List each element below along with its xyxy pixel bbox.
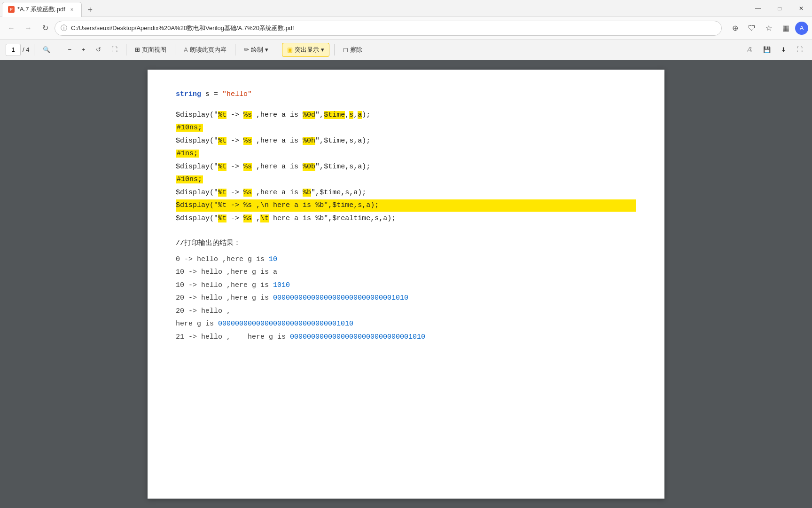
fullscreen-button[interactable]: ⛶ — [793, 43, 806, 57]
maximize-button[interactable]: □ — [769, 0, 790, 17]
txt18: here a is — [269, 201, 315, 209]
hl-tab: \t — [260, 214, 269, 222]
favorites-icon-button[interactable]: ☆ — [761, 21, 776, 36]
zoom-icon-button[interactable]: ⊕ — [727, 21, 742, 36]
hl-0b: %0b — [303, 163, 315, 171]
out2-prefix: 10 -> hello ,here g is — [176, 268, 273, 276]
tab-area: P *A.7 系统函数.pdf × + — [0, 0, 97, 17]
txt4: , — [345, 111, 349, 119]
b3: %b — [315, 214, 324, 222]
back-button[interactable]: ← — [4, 21, 19, 36]
hl-s-var1: s — [349, 111, 353, 119]
read-label: 朗读此页内容 — [190, 46, 226, 54]
txt19: ", — [324, 201, 332, 209]
search-button[interactable]: 🔍 — [39, 43, 54, 57]
active-tab[interactable]: P *A.7 系统函数.pdf × — [2, 2, 82, 17]
print-icon: 🖨 — [747, 46, 753, 53]
code-line-4: #1ns; — [176, 148, 636, 160]
var-s: s = — [205, 90, 222, 98]
new-tab-button[interactable]: + — [84, 4, 97, 17]
output-line-1: 0 -> hello ,here g is 10 — [176, 254, 636, 266]
output-line-4: 20 -> hello ,here g is 00000000000000000… — [176, 292, 636, 304]
dollar-display-5-hl: $display(" — [176, 201, 218, 209]
hl-s4: %s — [243, 189, 252, 197]
page-input-area: / 4 — [6, 44, 29, 56]
fit-button[interactable]: ⛶ — [108, 43, 121, 57]
hl-a1: a — [358, 111, 362, 119]
main-content: string s = "hello" $display("%t -> %s ,h… — [0, 60, 812, 508]
info-icon: ⓘ — [61, 24, 67, 32]
hl-1ns: #1ns; — [176, 150, 199, 158]
hl-t1: %t — [218, 111, 226, 119]
txt22: here a is — [269, 214, 315, 222]
download-icon: ⬇ — [781, 46, 786, 53]
minimize-button[interactable]: — — [747, 0, 769, 17]
txt14: ,here a is — [252, 189, 303, 197]
zoom-in-button[interactable]: + — [78, 43, 89, 57]
code-line-1: $display("%t -> %s ,here a is %0d",$time… — [176, 109, 636, 121]
download-button[interactable]: ⬇ — [777, 43, 790, 57]
txt8: ,here a is — [252, 137, 303, 145]
forward-button[interactable]: → — [21, 21, 36, 36]
hl-t6: %t — [218, 214, 226, 222]
tab-close-button[interactable]: × — [68, 6, 76, 13]
tab-favicon: P — [8, 6, 15, 13]
divider6 — [277, 44, 277, 56]
highlight-chevron-icon: ▾ — [321, 46, 324, 53]
search-icon: 🔍 — [43, 46, 50, 53]
zoom-out-button[interactable]: − — [64, 43, 75, 57]
erase-icon: ◻ — [343, 46, 348, 53]
collections-icon-button[interactable]: ▦ — [778, 21, 793, 36]
out7-prefix: 21 -> hello , here g is — [176, 333, 290, 341]
code-line-7: $display("%t -> %s ,here a is %b",$time,… — [176, 187, 636, 199]
highlight-label: 突出显示 — [295, 46, 319, 54]
view-button[interactable]: ⊞ 页面视图 — [131, 43, 170, 57]
dollar-display-4: $display(" — [176, 189, 218, 197]
divider4 — [175, 44, 175, 56]
highlight-button[interactable]: ▣ 突出显示 ▾ — [282, 43, 329, 57]
code-line-9: $display("%t -> %s ,\t here a is %b",$re… — [176, 213, 636, 225]
read-icon: A — [184, 46, 188, 54]
draw-chevron-icon: ▾ — [265, 46, 268, 53]
hl-s6: %s — [243, 214, 252, 222]
code-block: string s = "hello" $display("%t -> %s ,h… — [176, 88, 636, 343]
time4: $time,s,a); — [320, 189, 366, 197]
dollar-display-2: $display(" — [176, 137, 218, 145]
hl-0d: %0d — [303, 111, 315, 119]
pdf-page: string s = "hello" $display("%t -> %s ,h… — [148, 70, 664, 499]
txt16: -> — [226, 201, 243, 209]
rotate-button[interactable]: ↺ — [92, 43, 105, 57]
address-text: C:/Users/seuxi/Desktop/Apendix%20A%20数电和… — [71, 24, 716, 32]
output-line-3: 10 -> hello ,here g is 1010 — [176, 279, 636, 292]
hl-t2: %t — [218, 137, 226, 145]
print-button[interactable]: 🖨 — [743, 43, 757, 57]
dollar-display-6: $display(" — [176, 214, 218, 222]
code-line-6: #10ns; — [176, 174, 636, 186]
close-button[interactable]: ✕ — [790, 0, 812, 17]
txt23: ", — [324, 214, 332, 222]
divider2 — [59, 44, 59, 56]
read-button[interactable]: A 朗读此页内容 — [180, 43, 230, 57]
shield-icon-button[interactable]: 🛡 — [744, 21, 759, 36]
window-controls: — □ ✕ — [747, 0, 812, 17]
hl-10ns-2: #10ns; — [176, 175, 203, 183]
out4-prefix: 20 -> hello ,here g is — [176, 294, 273, 302]
txt1: -> — [226, 111, 243, 119]
page-number-input[interactable] — [6, 44, 21, 56]
time2: $time,s,a); — [324, 137, 370, 145]
output-line-7: 21 -> hello , here g is 0000000000000000… — [176, 331, 636, 343]
divider1 — [34, 44, 34, 56]
hl-n: \n — [260, 201, 269, 209]
draw-button[interactable]: ✏ 绘制 ▾ — [240, 43, 272, 57]
profile-button[interactable]: A — [795, 22, 808, 35]
hl-0h: %0h — [303, 137, 315, 145]
erase-button[interactable]: ◻ 擦除 — [339, 43, 366, 57]
output-line-5: 20 -> hello , — [176, 305, 636, 318]
highlight-icon: ▣ — [287, 46, 293, 53]
fullscreen-icon: ⛶ — [796, 46, 803, 53]
refresh-button[interactable]: ↻ — [38, 21, 53, 36]
hl-b2: %b — [315, 201, 324, 209]
address-bar[interactable]: ⓘ C:/Users/seuxi/Desktop/Apendix%20A%20数… — [55, 21, 722, 36]
save-button[interactable]: 💾 — [759, 43, 774, 57]
hl-b1: %b — [303, 189, 311, 197]
